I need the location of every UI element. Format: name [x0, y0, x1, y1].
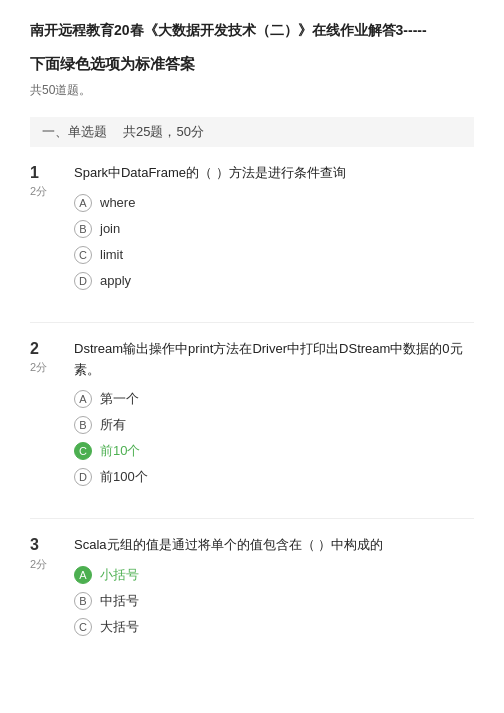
section-count: 共25题，50分 — [123, 123, 204, 141]
question-text: Dstream输出操作中print方法在Driver中打印出DStream中数据… — [74, 339, 474, 381]
options-list: A第一个B所有C前10个D前100个 — [74, 390, 474, 486]
subtitle: 下面绿色选项为标准答案 — [30, 55, 474, 74]
option-text: where — [100, 195, 135, 210]
option-item[interactable]: B所有 — [74, 416, 474, 434]
option-item[interactable]: Awhere — [74, 194, 474, 212]
option-circle: B — [74, 416, 92, 434]
options-list: A小括号B中括号C大括号 — [74, 566, 474, 636]
option-circle: B — [74, 592, 92, 610]
option-text: 前10个 — [100, 442, 140, 460]
option-item[interactable]: D前100个 — [74, 468, 474, 486]
option-circle: D — [74, 272, 92, 290]
questions-container: 12分Spark中DataFrame的（ ）方法是进行条件查询AwhereBjo… — [30, 163, 474, 644]
option-circle: A — [74, 390, 92, 408]
question-divider — [30, 518, 474, 519]
option-text: 小括号 — [100, 566, 139, 584]
question-number: 2 — [30, 339, 39, 358]
option-circle: A — [74, 566, 92, 584]
option-text: 中括号 — [100, 592, 139, 610]
option-text: apply — [100, 273, 131, 288]
options-list: AwhereBjoinClimitDapply — [74, 194, 474, 290]
question-score: 2分 — [30, 360, 47, 375]
option-item[interactable]: B中括号 — [74, 592, 474, 610]
question-number: 1 — [30, 163, 39, 182]
option-circle: C — [74, 442, 92, 460]
option-item[interactable]: C大括号 — [74, 618, 474, 636]
page-title: 南开远程教育20春《大数据开发技术（二）》在线作业解答3----- — [30, 20, 474, 41]
option-item[interactable]: A第一个 — [74, 390, 474, 408]
option-text: 所有 — [100, 416, 126, 434]
option-item[interactable]: Bjoin — [74, 220, 474, 238]
option-circle: D — [74, 468, 92, 486]
question-text: Spark中DataFrame的（ ）方法是进行条件查询 — [74, 163, 474, 184]
question-block: 12分Spark中DataFrame的（ ）方法是进行条件查询AwhereBjo… — [30, 163, 474, 298]
option-item[interactable]: A小括号 — [74, 566, 474, 584]
question-divider — [30, 322, 474, 323]
question-block: 22分Dstream输出操作中print方法在Driver中打印出DStream… — [30, 339, 474, 495]
question-text: Scala元组的值是通过将单个的值包含在（ ）中构成的 — [74, 535, 474, 556]
option-item[interactable]: Climit — [74, 246, 474, 264]
option-text: 前100个 — [100, 468, 148, 486]
option-text: 大括号 — [100, 618, 139, 636]
option-circle: C — [74, 246, 92, 264]
option-circle: C — [74, 618, 92, 636]
option-circle: B — [74, 220, 92, 238]
question-block: 32分Scala元组的值是通过将单个的值包含在（ ）中构成的A小括号B中括号C大… — [30, 535, 474, 644]
option-item[interactable]: C前10个 — [74, 442, 474, 460]
question-score: 2分 — [30, 557, 47, 572]
section-header: 一、单选题 共25题，50分 — [30, 117, 474, 147]
option-text: join — [100, 221, 120, 236]
option-text: 第一个 — [100, 390, 139, 408]
question-score: 2分 — [30, 184, 47, 199]
option-item[interactable]: Dapply — [74, 272, 474, 290]
option-circle: A — [74, 194, 92, 212]
total-info: 共50道题。 — [30, 82, 474, 99]
section-label: 一、单选题 — [42, 123, 107, 141]
question-number: 3 — [30, 535, 39, 554]
option-text: limit — [100, 247, 123, 262]
